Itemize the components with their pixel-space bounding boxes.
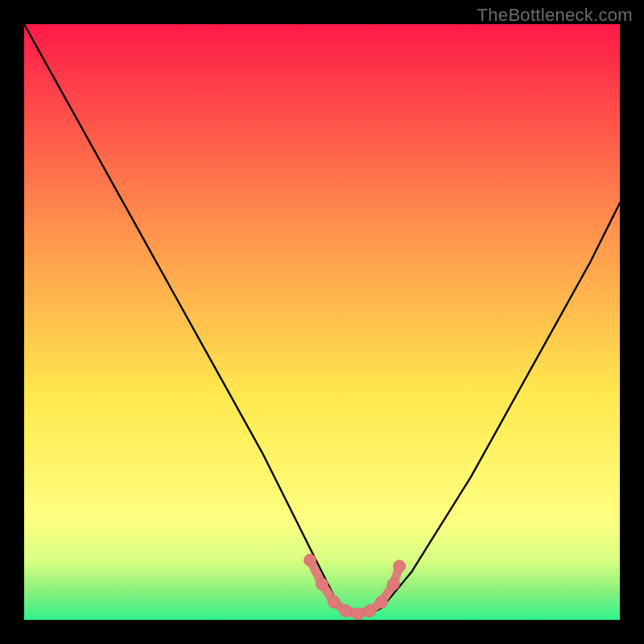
valley-marker	[340, 605, 352, 617]
bottleneck-chart	[0, 0, 644, 644]
valley-marker	[316, 578, 328, 590]
valley-marker	[364, 605, 376, 617]
valley-marker	[387, 578, 399, 590]
chart-frame: TheBottleneck.com	[0, 0, 644, 644]
valley-marker	[304, 555, 316, 567]
plot-background	[24, 24, 620, 620]
valley-marker	[352, 608, 364, 620]
valley-marker	[394, 560, 406, 572]
valley-marker	[328, 596, 340, 608]
gradient-band	[24, 528, 620, 529]
gradient-band	[24, 597, 620, 597]
gradient-band	[24, 535, 620, 536]
gradient-band	[24, 566, 620, 567]
gradient-band	[24, 612, 620, 613]
gradient-band	[24, 520, 620, 521]
watermark-text: TheBottleneck.com	[477, 5, 633, 26]
valley-marker	[376, 596, 388, 608]
gradient-band	[24, 551, 620, 551]
gradient-band	[24, 559, 620, 559]
gradient-band	[24, 543, 620, 544]
gradient-band	[24, 513, 620, 514]
gradient-band	[24, 605, 620, 605]
